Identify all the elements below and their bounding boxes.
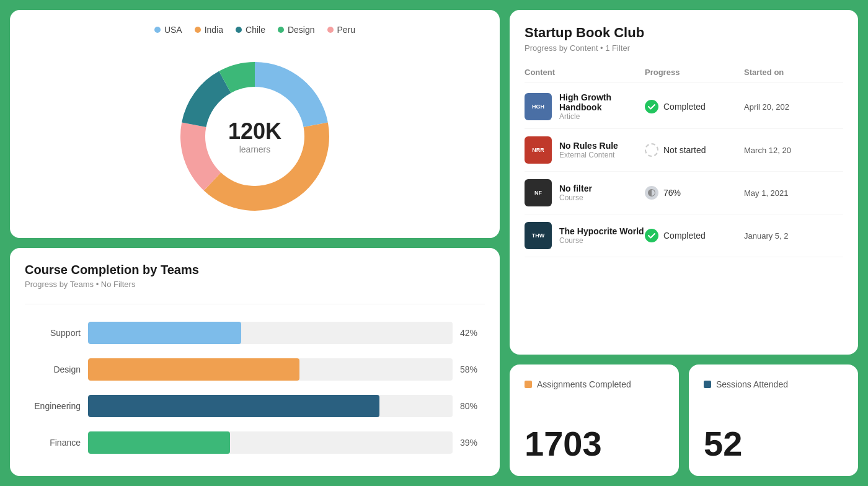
- status-text: Not started: [663, 145, 706, 155]
- bar-row: Finance 39%: [25, 431, 485, 454]
- bar-track: [88, 358, 453, 381]
- bar-chart-subtitle: Progress by Teams • No Filters: [25, 280, 485, 289]
- bar-track: [88, 431, 453, 454]
- bar-track: [88, 322, 453, 344]
- content-type: Article: [559, 112, 645, 121]
- stat-label-row: Assignments Completed: [525, 379, 664, 389]
- stat-label-row: Sessions Attended: [704, 379, 843, 389]
- book-thumbnail: THW: [525, 222, 552, 249]
- col-content: Content: [525, 68, 645, 77]
- donut-label: learners: [228, 144, 281, 154]
- legend-dot: [327, 27, 334, 33]
- legend-label: India: [205, 25, 223, 35]
- progress-cell: Completed: [645, 229, 744, 242]
- status-text: 76%: [663, 188, 681, 198]
- stat-label: Assignments Completed: [537, 379, 631, 389]
- donut-center: 120K learners: [228, 118, 281, 154]
- progress-cell: 76%: [645, 186, 744, 200]
- content-type: Course: [559, 236, 644, 245]
- bar-fill: [88, 395, 379, 417]
- bar-fill: [88, 358, 299, 381]
- progress-cell: Not started: [645, 143, 744, 157]
- bar-label: Support: [25, 328, 81, 338]
- book-club-subtitle: Progress by Content • 1 Filter: [525, 43, 843, 53]
- bar-row: Support 42%: [25, 322, 485, 344]
- table-row: NRR No Rules Rule External Content Not s…: [525, 129, 843, 172]
- donut-segment-usa: [255, 62, 328, 127]
- book-table-body: HGH High Growth Handbook Article Complet…: [525, 85, 843, 257]
- status-text: Completed: [663, 231, 706, 241]
- legend-item-design: Design: [278, 25, 315, 35]
- legend-dot: [154, 27, 161, 33]
- started-cell: May 1, 2021: [744, 188, 843, 198]
- donut-value: 120K: [228, 118, 281, 144]
- content-info: No Rules Rule External Content: [559, 141, 618, 159]
- legend-label: Peru: [337, 25, 356, 35]
- table-row: NF No filter Course 76% May 1, 2021: [525, 172, 843, 214]
- progress-cell: Completed: [645, 100, 744, 113]
- legend-item-india: India: [195, 25, 223, 35]
- book-thumbnail: NRR: [525, 136, 552, 164]
- col-started: Started on: [744, 68, 843, 77]
- donut-legend: USAIndiaChileDesignPeru: [154, 25, 355, 35]
- legend-item-usa: USA: [154, 25, 182, 35]
- content-cell: NRR No Rules Rule External Content: [525, 136, 645, 164]
- book-club-card: Startup Book Club Progress by Content • …: [510, 10, 858, 355]
- bar-divider: [25, 304, 485, 304]
- status-text: Completed: [663, 102, 706, 112]
- bar-chart-title: Course Completion by Teams: [25, 263, 485, 277]
- bar-track: [88, 395, 453, 417]
- table-row: HGH High Growth Handbook Article Complet…: [525, 85, 843, 129]
- legend-dot: [236, 27, 242, 33]
- stat-card: Assignments Completed 1703: [510, 365, 679, 476]
- bar-pct: 58%: [460, 365, 485, 374]
- book-club-title: Startup Book Club: [525, 25, 843, 41]
- legend-item-chile: Chile: [236, 25, 265, 35]
- stat-value: 1703: [525, 426, 664, 461]
- donut-segment-chile: [182, 71, 231, 127]
- table-header: Content Progress Started on: [525, 63, 843, 82]
- bar-pct: 80%: [460, 401, 485, 411]
- table-row: THW The Hypocrite World Course Completed…: [525, 214, 843, 257]
- bar-label: Design: [25, 365, 81, 374]
- content-name: High Growth Handbook: [559, 92, 645, 112]
- content-cell: HGH High Growth Handbook Article: [525, 92, 645, 121]
- content-cell: NF No filter Course: [525, 179, 645, 206]
- right-column: Startup Book Club Progress by Content • …: [510, 10, 858, 476]
- bar-label: Engineering: [25, 401, 81, 411]
- stat-dot: [704, 381, 711, 388]
- bar-row: Engineering 80%: [25, 395, 485, 417]
- bar-fill: [88, 431, 230, 454]
- status-partial-icon: [645, 186, 658, 200]
- legend-item-peru: Peru: [327, 25, 356, 35]
- legend-label: Design: [288, 25, 315, 35]
- started-cell: March 12, 20: [744, 146, 843, 155]
- status-completed-icon: [645, 229, 658, 242]
- stats-row: Assignments Completed 1703 Sessions Atte…: [510, 365, 858, 476]
- legend-label: Chile: [246, 25, 265, 35]
- donut-chart: 120K learners: [168, 50, 342, 223]
- content-info: High Growth Handbook Article: [559, 92, 645, 121]
- stat-card: Sessions Attended 52: [689, 365, 858, 476]
- status-completed-icon: [645, 100, 658, 113]
- content-type: External Content: [559, 151, 618, 159]
- started-cell: January 5, 2: [744, 231, 843, 241]
- bar-pct: 39%: [460, 438, 485, 448]
- bar-label: Finance: [25, 438, 81, 448]
- book-thumbnail: NF: [525, 179, 552, 206]
- content-name: The Hypocrite World: [559, 226, 644, 236]
- bar-pct: 42%: [460, 328, 485, 338]
- stat-label: Sessions Attended: [716, 379, 788, 389]
- started-cell: April 20, 202: [744, 102, 843, 112]
- legend-dot: [278, 27, 284, 33]
- content-type: Course: [559, 193, 592, 202]
- bar-chart-card: Course Completion by Teams Progress by T…: [10, 248, 500, 476]
- status-not-started-icon: [645, 143, 658, 157]
- content-info: No filter Course: [559, 183, 592, 202]
- legend-dot: [195, 27, 201, 33]
- content-info: The Hypocrite World Course: [559, 226, 644, 245]
- bar-fill: [88, 322, 241, 344]
- stat-value: 52: [704, 426, 843, 461]
- content-cell: THW The Hypocrite World Course: [525, 222, 645, 249]
- stat-dot: [525, 381, 532, 388]
